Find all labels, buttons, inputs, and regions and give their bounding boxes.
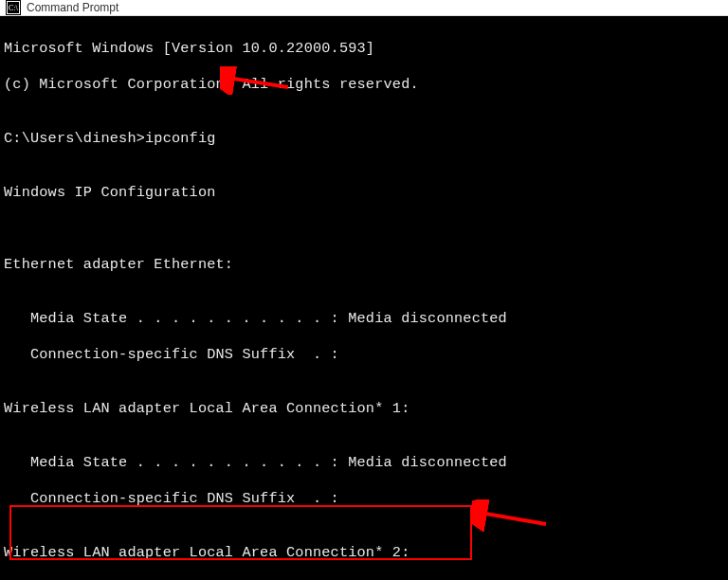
section-header: Ethernet adapter Ethernet: [4, 256, 728, 274]
terminal-output[interactable]: Microsoft Windows [Version 10.0.22000.59… [0, 16, 728, 580]
cmd-icon: C:\ [6, 0, 21, 15]
prompt-line: C:\Users\dinesh>ipconfig [4, 130, 728, 148]
section-header: Wireless LAN adapter Local Area Connecti… [4, 400, 728, 418]
output-line: Media State . . . . . . . . . . . : Medi… [4, 310, 728, 328]
section-header: Windows IP Configuration [4, 184, 728, 202]
svg-line-7 [480, 513, 546, 524]
output-line: Connection-specific DNS Suffix . : [4, 490, 728, 508]
titlebar[interactable]: C:\ Command Prompt [0, 0, 728, 16]
output-line: Connection-specific DNS Suffix . : [4, 346, 728, 364]
section-header: Wireless LAN adapter Local Area Connecti… [4, 544, 728, 562]
command-prompt-window: C:\ Command Prompt Microsoft Windows [Ve… [0, 0, 728, 580]
svg-text:C:\: C:\ [9, 4, 19, 12]
output-line: Media State . . . . . . . . . . . : Medi… [4, 454, 728, 472]
output-line: Microsoft Windows [Version 10.0.22000.59… [4, 40, 728, 58]
titlebar-title: Command Prompt [27, 1, 118, 14]
output-line: (c) Microsoft Corporation. All rights re… [4, 76, 728, 94]
